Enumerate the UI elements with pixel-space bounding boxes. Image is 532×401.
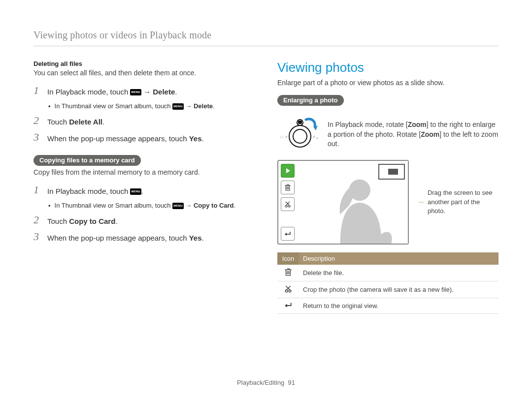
bullet-icon: • [48,201,51,210]
lcd-drag-note: Drag the screen to see another part of t… [428,188,499,216]
trash-icon [277,265,299,281]
step-number: 3 [33,132,42,143]
svg-text:⤢: ⤢ [285,135,288,138]
left-column: Deleting all files You can select all fi… [33,60,255,314]
step-number: 2 [33,215,42,225]
viewing-photos-title: Viewing photos [277,60,499,75]
page-title: Viewing photos or videos in Playback mod… [33,30,499,46]
step-number: 1 [33,185,42,195]
table-row: Crop the photo (the camera will save it … [277,281,499,298]
step-number: 2 [33,115,42,126]
svg-point-18 [289,290,291,292]
copying-steps: 1 In Playback mode, touch MENU. • In Thu… [33,185,255,244]
copying-pill: Copying files to a memory card [33,155,141,166]
return-icon [277,298,299,313]
svg-text:⌕: ⌕ [316,136,318,139]
right-column: Viewing photos Enlarge part of a photo o… [277,60,499,314]
svg-marker-19 [285,304,287,307]
table-row: Delete the file. [277,265,499,281]
icon-description-table: Icon Description Delete the file.Crop th… [277,252,499,314]
svg-rect-2 [299,121,301,123]
return-icon [281,227,295,241]
svg-text:⬚: ⬚ [280,135,283,138]
svg-point-0 [289,125,311,147]
zoom-minimap-icon [378,164,405,180]
step-number: 1 [33,85,42,96]
menu-icon: MENU [130,188,141,195]
copying-desc: Copy files from the internal memory to a… [33,168,255,178]
deleting-all-steps: 1 In Playback mode, touch MENU → Delete.… [33,85,255,144]
table-cell-desc: Return to the original view. [299,298,499,313]
svg-marker-12 [285,233,287,236]
step-number: 3 [33,231,42,242]
page-footer: Playback/Editing 91 [0,379,532,386]
play-icon [281,164,295,178]
zoom-dial-icon: ⬚ ⤢ ⤢ ⌕ [277,117,320,153]
menu-icon: MENU [172,203,183,209]
bullet-icon: • [48,102,51,111]
viewing-photos-desc: Enlarge part of a photo or view photos a… [277,78,499,88]
svg-marker-8 [286,168,290,173]
menu-icon: MENU [130,89,141,95]
svg-point-11 [288,205,290,207]
scissors-icon [277,281,299,298]
svg-point-10 [285,205,287,207]
table-cell-desc: Delete the file. [299,265,499,281]
svg-point-17 [285,290,288,292]
table-row: Return to the original view. [277,298,499,313]
scissors-icon [281,197,295,211]
svg-point-1 [293,129,307,143]
table-header-desc: Description [299,252,499,265]
svg-text:⤢: ⤢ [313,135,315,138]
lcd-preview [277,160,409,245]
table-header-icon: Icon [277,252,299,265]
enlarging-pill: Enlarging a photo [277,95,344,106]
menu-icon: MENU [172,103,183,110]
callout-line-icon [419,200,424,205]
trash-icon [281,181,295,194]
table-cell-desc: Crop the photo (the camera will save it … [299,281,499,298]
deleting-all-heading: Deleting all files [33,60,255,67]
deleting-all-desc: You can select all files, and then delet… [33,68,255,78]
